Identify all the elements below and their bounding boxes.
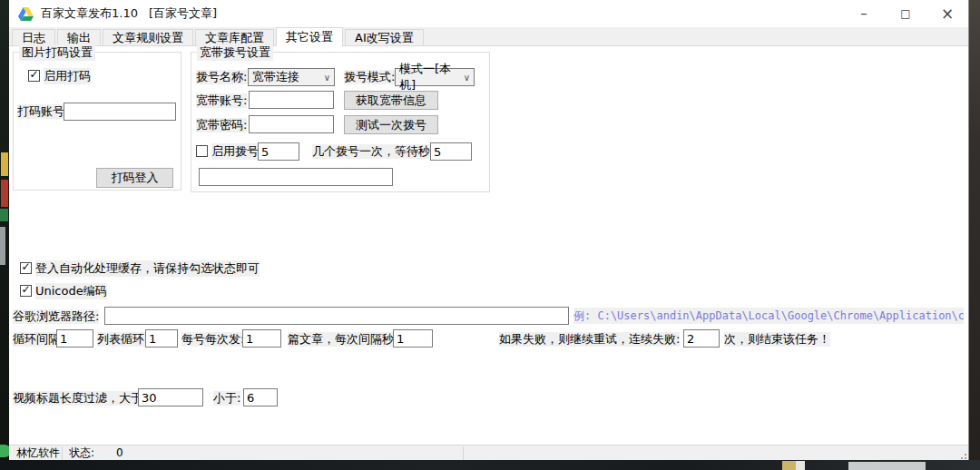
window-title: 百家文章发布1.10 [41, 5, 138, 22]
fail-count-input[interactable] [683, 329, 720, 348]
checkbox-box: ✓ [20, 285, 32, 297]
cache-option-checkbox[interactable]: ✓ 登入自动化处理缓存，请保持勾选状态即可 [20, 261, 260, 275]
checkmark-icon: ✓ [21, 262, 30, 272]
chrome-path-label: 谷歌浏览器路径: [13, 309, 99, 324]
dialup-group-title: 宽带拨号设置 [197, 44, 273, 61]
video-lt-label: 小于: [213, 391, 240, 406]
window-controls: – □ × [843, 0, 968, 27]
chevron-down-icon: ∨ [464, 73, 470, 83]
loop-interval-input[interactable] [56, 329, 93, 348]
video-gt-input[interactable] [138, 388, 203, 406]
chevron-down-icon: ∨ [324, 73, 330, 83]
desktop-icon-fragment [1, 180, 8, 207]
checkbox-label: 启用打码 [44, 68, 91, 84]
tab-article-rules[interactable]: 文章规则设置 [103, 29, 193, 45]
dial-name-select[interactable]: 宽带连接 ∨ [248, 68, 335, 86]
tab-log[interactable]: 日志 [12, 29, 55, 45]
desktop-icon-fragment [848, 462, 926, 470]
captcha-account-input[interactable] [64, 103, 176, 121]
dial-extra-input[interactable] [199, 168, 393, 186]
desktop-icon-fragment [782, 461, 796, 470]
captcha-group-title: 图片打码设置 [19, 44, 95, 61]
unicode-option-checkbox[interactable]: ✓ Unicode编码 [20, 284, 107, 298]
get-broadband-info-button[interactable]: 获取宽带信息 [344, 91, 438, 110]
status-separator [463, 446, 464, 460]
maximize-button[interactable]: □ [885, 0, 926, 27]
video-filter-label: 视频标题长度过滤，大于: [13, 391, 146, 406]
broadband-password-input[interactable] [249, 115, 334, 133]
captcha-login-button[interactable]: 打码登入 [96, 168, 173, 188]
desktop-edge-bottom [0, 460, 980, 470]
window-doc-title: [百家号文章] [149, 5, 217, 22]
status-separator [62, 446, 63, 460]
enable-captcha-checkbox[interactable]: ✓ 启用打码 [28, 69, 91, 83]
tab-strip: 日志 输出 文章规则设置 文章库配置 其它设置 AI改写设置 [9, 27, 968, 46]
other-settings-page: 图片打码设置 ✓ 启用打码 打码账号: 打码登入 宽带拨号设置 拨号名称: 宽带… [9, 46, 968, 445]
dial-mode-label: 拨号模式: [344, 70, 395, 84]
status-value: 0 [116, 446, 123, 460]
dial-name-value: 宽带连接 [252, 69, 299, 85]
captcha-account-label: 打码账号: [17, 104, 68, 119]
test-dial-button[interactable]: 测试一次拨号 [344, 115, 438, 134]
checkbox-box [196, 145, 208, 157]
app-icon [18, 7, 34, 21]
tab-article-library[interactable]: 文章库配置 [195, 29, 274, 45]
dialup-settings-group: 宽带拨号设置 拨号名称: 宽带连接 ∨ 拨号模式: 模式一[本机] ∨ 宽带账号… [191, 52, 490, 192]
captcha-settings-group: 图片打码设置 ✓ 启用打码 打码账号: 打码登入 [13, 52, 181, 191]
checkbox-label: 登入自动化处理缓存，请保持勾选状态即可 [35, 260, 260, 277]
checkbox-label: 启用拨号 [211, 143, 259, 160]
broadband-password-label: 宽带密码: [196, 118, 247, 132]
per-send-label: 每号每次发: [181, 332, 244, 347]
fail-suffix-label: 次，则结束该任务！ [724, 332, 830, 347]
title-bar: 百家文章发布1.10 [百家号文章] – □ × [9, 0, 968, 27]
checkmark-icon: ✓ [29, 70, 38, 80]
dial-mode-value: 模式一[本机] [399, 61, 464, 93]
desktop-edge-right [969, 0, 980, 470]
dial-wait-input[interactable] [430, 142, 472, 161]
minimize-button[interactable]: – [843, 0, 885, 27]
resize-grip[interactable] [958, 451, 966, 459]
video-lt-input[interactable] [243, 388, 278, 406]
chrome-path-input[interactable] [104, 307, 569, 325]
app-window: 百家文章发布1.10 [百家号文章] – □ × 日志 输出 文章规则设置 文章… [9, 0, 969, 460]
list-loop-label: 列表循环: [97, 332, 148, 347]
gap-seconds-input[interactable] [393, 329, 433, 348]
chrome-path-hint: 例: C:\Users\andin\AppData\Local\Google\C… [573, 308, 964, 324]
checkmark-icon: ✓ [21, 285, 30, 295]
status-label: 状态: [69, 446, 94, 460]
desktop-edge-left [0, 0, 9, 470]
dial-count-input[interactable] [258, 142, 299, 161]
enable-dial-checkbox[interactable]: 启用拨号 [196, 144, 259, 158]
tab-output[interactable]: 输出 [57, 29, 101, 45]
list-loop-input[interactable] [145, 329, 178, 348]
status-brand: 林忆软件 [16, 446, 60, 460]
checkbox-box: ✓ [28, 70, 40, 82]
desktop-icon-fragment [0, 209, 8, 221]
broadband-account-label: 宽带账号: [196, 93, 247, 108]
maximize-icon: □ [900, 7, 910, 20]
tab-other-settings[interactable]: 其它设置 [276, 27, 343, 46]
desktop-icon-fragment [0, 227, 5, 265]
checkbox-box: ✓ [20, 262, 32, 274]
desktop-icon-fragment [796, 461, 805, 470]
dial-wait-label: 几个拨号一次，等待秒: [312, 144, 434, 159]
dial-mode-select[interactable]: 模式一[本机] ∨ [395, 68, 475, 86]
tab-ai-rewrite[interactable]: AI改写设置 [345, 29, 424, 45]
per-send-input[interactable] [242, 329, 281, 348]
broadband-account-input[interactable] [249, 91, 334, 109]
checkbox-label: Unicode编码 [35, 283, 107, 299]
fail-retry-label: 如果失败，则继续重试，连续失败: [499, 332, 680, 347]
close-button[interactable]: × [926, 0, 968, 27]
dial-name-label: 拨号名称: [196, 70, 247, 84]
gap-seconds-label: 篇文章，每次间隔秒: [288, 332, 397, 347]
close-icon: × [941, 5, 954, 23]
minimize-icon: – [860, 9, 867, 18]
status-bar: 林忆软件 状态: 0 [9, 445, 968, 460]
desktop-icon-fragment [1, 152, 8, 176]
